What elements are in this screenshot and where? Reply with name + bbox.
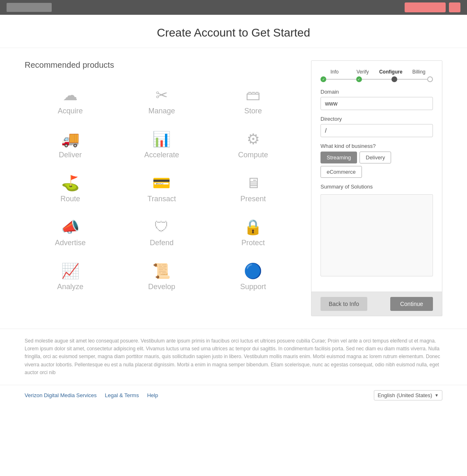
back-button[interactable]: Back to Info xyxy=(320,297,367,311)
acquire-label: Acquire xyxy=(58,107,83,115)
protect-icon: 🔒 xyxy=(244,220,262,235)
acquire-icon: ☁ xyxy=(63,88,78,103)
domain-label: Domain xyxy=(320,89,433,95)
business-type-label: What kind of business? xyxy=(320,143,433,149)
language-selector[interactable]: English (United States) ▼ xyxy=(374,390,442,400)
domain-group: Domain xyxy=(320,89,433,110)
main-content: Recommended products ☁ Acquire ✂ Manage … xyxy=(0,48,467,329)
chevron-down-icon: ▼ xyxy=(435,393,439,398)
footer-link-help[interactable]: Help xyxy=(147,392,158,398)
manage-label: Manage xyxy=(148,107,175,115)
domain-input[interactable] xyxy=(320,97,433,110)
bottom-footer: Verizon Digital Media ServicesLegal & Te… xyxy=(0,385,467,405)
step-line-info xyxy=(326,79,356,80)
directory-label: Directory xyxy=(320,116,433,122)
product-item-analyze[interactable]: 📈 Analyze xyxy=(25,255,116,299)
biz-btn-ecommerce[interactable]: eCommerce xyxy=(320,166,362,178)
footer-text: Sed molestie augue sit amet leo consequa… xyxy=(0,329,467,385)
product-item-advertise[interactable]: 📣 Advertise xyxy=(25,212,116,255)
product-item-develop[interactable]: 📜 Develop xyxy=(116,255,208,299)
product-item-accelerate[interactable]: 📊 Accelerate xyxy=(116,124,208,168)
product-item-acquire[interactable]: ☁ Acquire xyxy=(25,80,116,124)
route-label: Route xyxy=(60,195,80,203)
business-type-buttons: StreamingDeliveryeCommerce xyxy=(320,152,433,178)
top-nav xyxy=(0,0,467,15)
directory-group: Directory xyxy=(320,116,433,137)
footer-links: Verizon Digital Media ServicesLegal & Te… xyxy=(25,392,158,398)
store-label: Store xyxy=(244,107,262,115)
summary-label: Summary of Solutions xyxy=(320,184,433,190)
compute-label: Compute xyxy=(238,151,268,159)
step-line-verify xyxy=(362,79,392,80)
product-item-defend[interactable]: 🛡 Defend xyxy=(116,212,208,255)
defend-icon: 🛡 xyxy=(154,220,169,235)
route-icon: ⛳ xyxy=(61,176,80,191)
footer-link-verizon[interactable]: Verizon Digital Media Services xyxy=(25,392,97,398)
step-dot-billing[interactable] xyxy=(427,76,433,82)
product-item-protect[interactable]: 🔒 Protect xyxy=(207,212,299,255)
analyze-icon: 📈 xyxy=(61,264,80,278)
form-footer: Back to Info Continue xyxy=(311,292,442,316)
product-item-present[interactable]: 🖥 Present xyxy=(207,168,299,212)
store-icon: 🗃 xyxy=(246,88,261,103)
product-item-manage[interactable]: ✂ Manage xyxy=(116,80,208,124)
form-panel-inner: InfoVerifyConfigureBilling✓✓ Domain Dire… xyxy=(311,61,442,292)
page-title: Create Account to Get Started xyxy=(0,26,467,39)
nav-action-button[interactable] xyxy=(405,2,446,12)
accelerate-icon: 📊 xyxy=(152,132,171,147)
present-label: Present xyxy=(240,195,266,203)
biz-btn-delivery[interactable]: Delivery xyxy=(359,152,391,163)
step-line-configure xyxy=(397,79,427,80)
develop-label: Develop xyxy=(148,283,175,291)
biz-btn-streaming[interactable]: Streaming xyxy=(320,152,357,163)
accelerate-label: Accelerate xyxy=(144,151,179,159)
product-item-transact[interactable]: 💳 Transact xyxy=(116,168,208,212)
product-item-deliver[interactable]: 🚚 Deliver xyxy=(25,124,116,168)
present-icon: 🖥 xyxy=(246,176,261,191)
step-label-billing: Billing xyxy=(405,69,433,75)
deliver-icon: 🚚 xyxy=(61,132,80,147)
support-label: Support xyxy=(240,283,266,291)
compute-icon: ⚙ xyxy=(247,132,260,147)
nav-logo xyxy=(7,3,52,12)
business-type-group: What kind of business? StreamingDelivery… xyxy=(320,143,433,178)
summary-textarea[interactable] xyxy=(320,194,433,276)
develop-icon: 📜 xyxy=(152,264,171,278)
manage-icon: ✂ xyxy=(156,88,168,103)
continue-button[interactable]: Continue xyxy=(390,297,433,311)
product-item-route[interactable]: ⛳ Route xyxy=(25,168,116,212)
products-section: Recommended products ☁ Acquire ✂ Manage … xyxy=(25,60,299,299)
form-panel: InfoVerifyConfigureBilling✓✓ Domain Dire… xyxy=(311,60,442,316)
step-label-verify: Verify xyxy=(349,69,377,75)
step-dot-verify[interactable]: ✓ xyxy=(356,76,362,82)
defend-label: Defend xyxy=(150,239,174,247)
page-title-section: Create Account to Get Started xyxy=(0,15,467,48)
step-label-configure: Configure xyxy=(377,69,405,75)
product-item-store[interactable]: 🗃 Store xyxy=(207,80,299,124)
advertise-icon: 📣 xyxy=(61,220,80,235)
transact-icon: 💳 xyxy=(152,176,171,191)
transact-label: Transact xyxy=(147,195,176,203)
product-item-support[interactable]: 🔵 Support xyxy=(207,255,299,299)
summary-group: Summary of Solutions xyxy=(320,184,433,278)
nav-right xyxy=(405,2,460,12)
language-label: English (United States) xyxy=(378,392,432,398)
footer-link-legal[interactable]: Legal & Terms xyxy=(105,392,139,398)
stepper: InfoVerifyConfigureBilling✓✓ xyxy=(320,69,433,82)
deliver-label: Deliver xyxy=(59,151,82,159)
step-dot-info[interactable]: ✓ xyxy=(320,76,326,82)
directory-input[interactable] xyxy=(320,124,433,137)
support-icon: 🔵 xyxy=(244,264,262,278)
protect-label: Protect xyxy=(241,239,265,247)
product-item-compute[interactable]: ⚙ Compute xyxy=(207,124,299,168)
analyze-label: Analyze xyxy=(57,283,83,291)
products-title: Recommended products xyxy=(25,60,299,70)
step-label-info: Info xyxy=(320,69,349,75)
advertise-label: Advertise xyxy=(55,239,86,247)
step-dot-configure[interactable] xyxy=(391,76,397,82)
products-grid: ☁ Acquire ✂ Manage 🗃 Store 🚚 Deliver 📊 A… xyxy=(25,80,299,299)
nav-menu-button[interactable] xyxy=(449,2,460,12)
